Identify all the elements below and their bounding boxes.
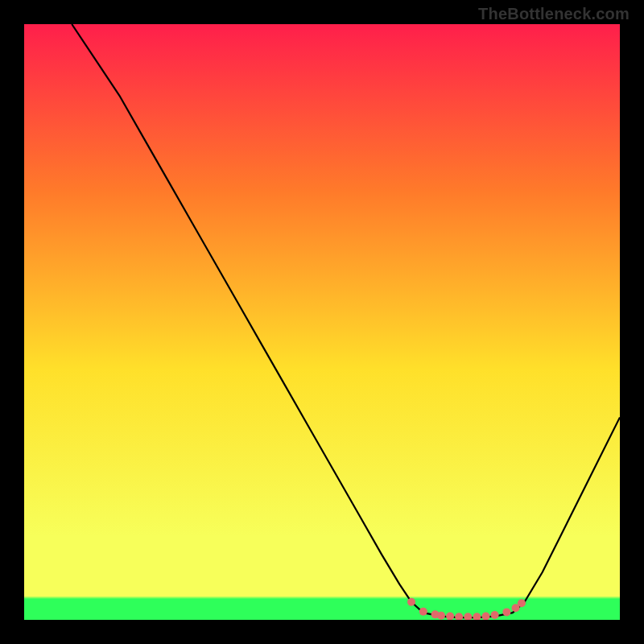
gradient-background	[24, 24, 620, 620]
marker-dot	[518, 599, 526, 607]
marker-dot	[502, 608, 510, 616]
marker-dot	[491, 611, 499, 619]
marker-dot	[437, 612, 445, 620]
watermark-text: TheBottleneck.com	[478, 5, 630, 23]
plot-area	[24, 24, 620, 620]
chart-svg	[24, 24, 620, 620]
chart-container: TheBottleneck.com	[0, 0, 644, 644]
marker-dot	[419, 608, 427, 616]
marker-dot	[407, 598, 415, 606]
